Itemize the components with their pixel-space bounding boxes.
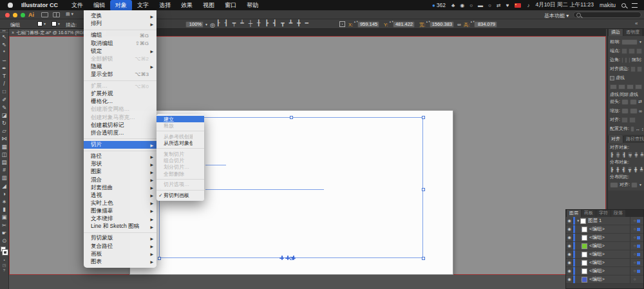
visibility-eye-icon[interactable]: ◉ <box>566 227 573 232</box>
stroke-color-dropdown[interactable]: ▼ <box>52 21 61 26</box>
cap-projecting-button[interactable] <box>636 48 642 54</box>
panel-tab[interactable]: 图层 <box>567 209 581 217</box>
collapse-panels-icon[interactable]: « <box>635 21 638 26</box>
expand-arrow-icon[interactable]: ▶ <box>575 252 582 256</box>
menu-item[interactable]: Line 和 Sketch 图稿 ▶ <box>84 223 156 230</box>
lasso-tool-icon[interactable]: ∽ <box>0 57 8 64</box>
y-label[interactable]: Y: <box>384 22 388 28</box>
submenu-item[interactable]: ▶ <box>156 148 204 149</box>
bridge-button[interactable] <box>41 12 48 17</box>
menu-item[interactable]: 画板 ▶ <box>84 250 156 258</box>
height-label[interactable]: 高: <box>464 22 470 28</box>
align-object-button[interactable]: ┷ <box>640 152 644 158</box>
submenu-item[interactable]: 从参考线创建 ▶ <box>156 133 204 140</box>
type-tool-icon[interactable]: T <box>0 72 8 80</box>
align-object-button[interactable]: ┼ <box>616 152 620 158</box>
layer-name[interactable]: <编组> <box>589 276 630 283</box>
height-field[interactable]: 834.079 <box>474 21 497 28</box>
menu-item[interactable]: 剪切蒙版 ▶ <box>84 234 156 242</box>
selection-indicator[interactable] <box>637 278 640 281</box>
align-icon[interactable]: ━ <box>305 20 308 26</box>
menu-item[interactable]: 文本绕排 ▶ <box>84 215 156 223</box>
chevron-down-icon[interactable]: ▼ <box>205 23 208 26</box>
menu-item[interactable]: 创建对象马赛克… ▶ <box>84 114 156 122</box>
submenu-item[interactable]: 组合切片 ▶ <box>156 157 204 163</box>
layer-row[interactable]: ◉ ▶ <编组> ○ <box>566 267 643 275</box>
menu-bar-clock[interactable]: 4月10日 周二 上午11:23 <box>535 1 594 9</box>
selection-handle[interactable] <box>422 188 425 191</box>
distribute-object-button[interactable]: ┳ <box>628 167 632 172</box>
menu-bar-item[interactable]: 视图 <box>198 0 220 11</box>
menu-item[interactable]: 锁定 ▶ <box>84 48 156 55</box>
perspective-grid-tool-icon[interactable]: ▤ <box>0 158 8 166</box>
menu-item[interactable]: 变换 ▶ <box>84 12 156 20</box>
app-menu-title[interactable]: Illustrator CC <box>21 2 58 8</box>
visibility-eye-icon[interactable]: ◉ <box>566 260 573 265</box>
screen-mode-icon[interactable]: ◳ <box>0 263 8 268</box>
width-field[interactable]: 1560.383 <box>430 21 454 28</box>
scale-start-field[interactable] <box>621 108 629 114</box>
align-icon[interactable]: ┳ <box>281 20 284 26</box>
align-object-button[interactable]: ┨ <box>622 152 626 158</box>
stepper-icon[interactable]: ▲▼ <box>426 21 429 24</box>
selection-handle[interactable] <box>422 257 425 260</box>
paintbrush-tool-icon[interactable]: ✐ <box>0 96 8 104</box>
dash-field[interactable] <box>610 84 617 89</box>
submenu-item[interactable]: 全部删除 ▶ <box>156 171 204 177</box>
submenu-item[interactable]: ▶ <box>156 179 204 180</box>
menu-item[interactable]: 复合路径 ▶ <box>84 242 156 250</box>
menu-item[interactable]: 排列 ▶ <box>84 20 156 28</box>
panel-tab[interactable]: 画板 <box>582 209 596 217</box>
distribute-object-button[interactable]: ┻ <box>639 167 643 172</box>
submenu-item[interactable]: ✓ 剪切到画板 ▶ <box>156 192 204 198</box>
selection-handle[interactable] <box>290 116 293 119</box>
menu-bar-item[interactable]: 对象 <box>110 0 132 11</box>
gap-field[interactable] <box>618 84 625 89</box>
stepper-icon[interactable]: ▲▼ <box>470 21 473 24</box>
corner-miter-button[interactable] <box>621 57 623 63</box>
width-label[interactable]: 宽: <box>419 22 426 28</box>
visibility-eye-icon[interactable]: ◉ <box>566 252 573 257</box>
distribute-object-button[interactable]: ┫ <box>621 167 625 172</box>
layer-row[interactable]: ◉ ▶ <编组> ○ <box>566 250 643 259</box>
menu-item[interactable]: ▶ <box>84 151 156 151</box>
menu-item[interactable]: 隐藏 ▶ <box>84 63 156 71</box>
visibility-eye-icon[interactable]: ◉ <box>566 268 573 274</box>
close-tab-icon[interactable]: × <box>12 30 14 35</box>
target-icon[interactable]: ○ <box>634 236 636 239</box>
align-icon[interactable]: ┷ <box>240 20 243 26</box>
layer-row[interactable]: ◉ ▶ <编组> ○ <box>566 225 643 234</box>
status-icon[interactable]: ⇄ <box>497 3 501 8</box>
menu-item[interactable]: ▶ <box>84 80 156 81</box>
layer-thumbnail[interactable] <box>582 268 587 274</box>
slice-tool-icon[interactable]: ✂ <box>0 221 8 229</box>
spacing-field[interactable] <box>610 182 618 188</box>
distribute-object-button[interactable]: ╂ <box>616 167 620 172</box>
menu-bar-item[interactable]: 编辑 <box>88 0 110 11</box>
fill-color-dropdown[interactable]: ▼ <box>37 21 46 26</box>
user-name[interactable]: makitu <box>600 2 616 8</box>
eyedropper-tool-icon[interactable]: ◢ <box>0 182 8 190</box>
x-label[interactable]: X: <box>348 22 353 28</box>
menu-item[interactable]: 栅格化… ▶ <box>84 98 156 106</box>
submenu-item[interactable]: 从所选对象创建 ▶ <box>156 140 204 146</box>
y-field[interactable]: 481.422 <box>393 21 415 28</box>
shape-builder-tool-icon[interactable]: ◫ <box>0 151 8 158</box>
arrow-align-end-button[interactable] <box>629 117 636 123</box>
layer-name[interactable]: <编组> <box>589 243 630 249</box>
align-icon[interactable]: ┫ <box>273 20 276 26</box>
zoom-window-button[interactable] <box>21 13 25 17</box>
menu-item[interactable]: 图案 ▶ <box>84 168 156 176</box>
status-icon[interactable]: ♣ <box>451 3 455 8</box>
submenu-item[interactable]: 划分切片… ▶ <box>156 164 204 171</box>
artboard-tool-icon[interactable]: ▣ <box>0 213 8 221</box>
visibility-eye-icon[interactable]: ◉ <box>566 243 573 248</box>
stroke-weight-dropdown[interactable] <box>621 39 638 45</box>
target-icon[interactable]: ○ <box>634 227 636 231</box>
panel-tab[interactable]: 描边 <box>609 29 623 36</box>
align-object-button[interactable]: ┯ <box>628 152 632 158</box>
align-object-button[interactable]: ┠ <box>610 152 614 158</box>
align-to-dropdown[interactable] <box>631 182 638 188</box>
pen-tool-icon[interactable]: ✒ <box>0 64 8 72</box>
corner-round-button[interactable] <box>625 57 627 63</box>
